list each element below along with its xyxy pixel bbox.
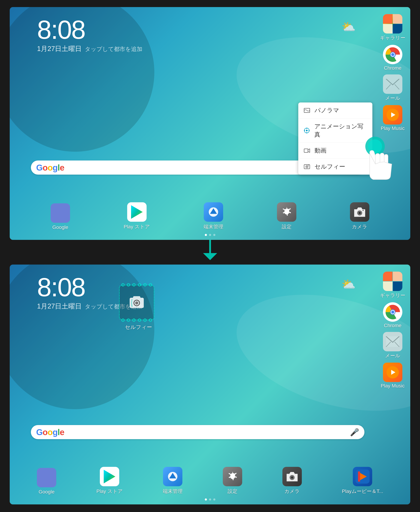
weather-icon-2: ⛅ xyxy=(342,278,356,291)
svg-point-4 xyxy=(391,53,394,56)
dock-google-2[interactable]: Google xyxy=(37,468,56,495)
dock-settings[interactable]: 設定 xyxy=(277,202,296,230)
bottom-dock-2: Google Play ストア xyxy=(10,467,410,495)
dock-playstore[interactable]: Play ストア xyxy=(124,202,150,230)
svg-marker-35 xyxy=(203,253,217,260)
mail-icon xyxy=(383,74,402,94)
mail-icon-2 xyxy=(383,332,402,351)
video-label: 動画 xyxy=(315,147,327,155)
sidebar-item-playmusic-2[interactable]: Play Music xyxy=(381,363,405,389)
dock-camera[interactable]: カメラ xyxy=(350,202,369,230)
clock-date: 1月27日土曜日 xyxy=(37,44,82,53)
add-city-label[interactable]: タップして都市を追加 xyxy=(85,45,142,53)
selfie-label: セルフィー xyxy=(315,163,345,171)
device-mgr-icon-2 xyxy=(163,467,182,486)
gallery-label: ギャラリー xyxy=(380,35,405,41)
sidebar-item-mail[interactable]: メール xyxy=(383,74,402,102)
settings-label: 設定 xyxy=(282,223,292,230)
chrome-icon-2 xyxy=(383,302,402,322)
gallery-label-2: ギャラリー xyxy=(380,292,405,299)
dock-google[interactable]: Google xyxy=(51,203,70,230)
dock-device-mgr-2[interactable]: 端末管理 xyxy=(163,467,183,495)
dot-1 xyxy=(205,234,207,236)
dock-playstore-2[interactable]: Play ストア xyxy=(96,467,123,495)
bottom-dock: Google Play ストア xyxy=(10,202,410,230)
playstore-label-2: Play ストア xyxy=(96,488,123,495)
sidebar-item-chrome[interactable]: Chrome xyxy=(383,45,402,71)
svg-rect-17 xyxy=(304,149,308,152)
svg-point-33 xyxy=(362,210,364,211)
dock-camera-2[interactable]: カメラ xyxy=(282,467,302,495)
down-arrow xyxy=(203,240,217,261)
animation-menu-icon xyxy=(303,127,310,134)
chrome-icon xyxy=(383,45,402,64)
dot-3 xyxy=(213,234,215,236)
dot-2 xyxy=(209,234,211,236)
camera-label: カメラ xyxy=(352,223,367,230)
device-mgr-label-2: 端末管理 xyxy=(163,488,183,495)
svg-rect-59 xyxy=(358,471,360,482)
google-logo-2: Google xyxy=(36,427,64,437)
svg-point-32 xyxy=(359,212,361,214)
clock-area: 8:08 1月27日土曜日 タップして都市を追加 xyxy=(37,17,142,53)
right-sidebar: ギャラリー Chrome xyxy=(380,14,405,131)
clock-date-2: 1月27日土曜日 xyxy=(37,302,82,311)
chrome-label-2: Chrome xyxy=(384,323,401,328)
google-app-icon xyxy=(51,203,70,223)
sidebar-item-chrome-2[interactable]: Chrome xyxy=(383,302,402,328)
mail-label-2: メール xyxy=(385,352,400,359)
gallery-icon xyxy=(383,14,402,34)
right-sidebar-2: ギャラリー Chrome xyxy=(380,272,405,389)
mail-label: メール xyxy=(385,95,400,102)
playmovies-icon xyxy=(353,467,372,486)
svg-point-56 xyxy=(291,476,293,479)
dot-b-2 xyxy=(209,498,211,501)
dot-b-3 xyxy=(213,498,215,501)
svg-point-16 xyxy=(308,130,310,131)
search-bar-2[interactable]: Google 🎤 xyxy=(31,425,364,439)
playmusic-label: Play Music xyxy=(381,126,405,131)
sidebar-item-mail-2[interactable]: メール xyxy=(383,332,402,359)
settings-icon-2 xyxy=(223,467,242,486)
svg-point-14 xyxy=(306,132,307,133)
dock-playmovies[interactable]: Playムービー＆T... xyxy=(342,467,383,495)
playmovies-label: Playムービー＆T... xyxy=(342,488,383,495)
device-mgr-label: 端末管理 xyxy=(203,223,223,230)
weather-icon: ⛅ xyxy=(342,20,356,34)
playstore-label: Play ストア xyxy=(124,223,150,230)
dock-settings-2[interactable]: 設定 xyxy=(223,467,242,495)
playstore-icon-2 xyxy=(100,467,119,486)
top-screen: 8:08 1月27日土曜日 タップして都市を追加 ⛅ ギャラリー xyxy=(10,7,410,240)
sidebar-item-playmusic[interactable]: Play Music xyxy=(381,105,405,131)
svg-point-38 xyxy=(135,301,138,304)
settings-icon xyxy=(277,202,296,222)
sidebar-item-gallery-2[interactable]: ギャラリー xyxy=(380,272,405,299)
video-menu-icon xyxy=(303,147,311,154)
google-app-icon-2 xyxy=(37,468,56,487)
selfie-widget: セルフィー xyxy=(119,285,158,331)
svg-point-22 xyxy=(308,165,309,166)
dock-device-mgr[interactable]: 端末管理 xyxy=(203,202,223,230)
page-dots-2 xyxy=(205,498,215,501)
svg-point-12 xyxy=(306,130,308,131)
camera-icon-2 xyxy=(282,467,302,486)
selfie-widget-label: セルフィー xyxy=(119,324,158,331)
playstore-icon xyxy=(127,202,147,222)
panorama-menu-icon xyxy=(303,107,311,114)
settings-label-2: 設定 xyxy=(228,488,237,495)
device-mgr-icon xyxy=(204,202,223,222)
svg-point-15 xyxy=(304,130,305,131)
mic-icon[interactable]: 🎤 xyxy=(350,428,359,437)
camera-icon xyxy=(350,202,369,222)
google-label-2: Google xyxy=(39,489,54,495)
clock-time: 8:08 xyxy=(37,17,142,43)
gallery-icon-2 xyxy=(383,272,402,291)
panorama-label: パノラマ xyxy=(315,106,339,114)
menu-item-panorama[interactable]: パノラマ xyxy=(298,103,372,119)
camera-label-2: カメラ xyxy=(284,488,300,495)
hand-cursor xyxy=(361,136,400,185)
playmusic-icon xyxy=(383,105,402,125)
sidebar-item-gallery[interactable]: ギャラリー xyxy=(380,14,405,41)
bottom-screen: 8:08 1月27日土曜日 タップして都市を追加 ⛅ xyxy=(10,265,410,505)
animation-label: アニメーション写真 xyxy=(314,122,368,139)
